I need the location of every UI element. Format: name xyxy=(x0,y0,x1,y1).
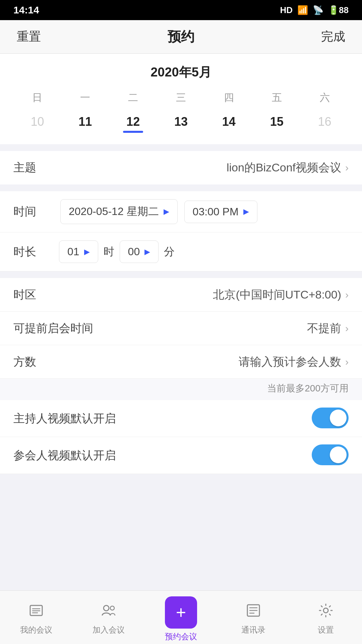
calendar-day-14[interactable]: 14 xyxy=(205,110,253,138)
calendar-day-16[interactable]: 16 xyxy=(301,110,349,138)
calendar-weekdays: 日 一 二 三 四 五 六 xyxy=(13,91,349,105)
clock-picker-arrow: ▶ xyxy=(243,207,249,216)
svg-point-10 xyxy=(323,608,328,613)
calendar-day-13[interactable]: 13 xyxy=(157,110,205,138)
attendees-value-container: 请输入预计参会人数 › xyxy=(239,354,349,370)
join-icon xyxy=(101,603,116,622)
host-video-row: 主持人视频默认开启 xyxy=(0,400,362,437)
attendees-row[interactable]: 方数 请输入预计参会人数 › xyxy=(0,345,362,379)
time-picker-row[interactable]: 时间 2020-05-12 星期二 ▶ 03:00 PM ▶ xyxy=(0,191,362,232)
reset-button[interactable]: 重置 xyxy=(17,29,41,45)
settings-icon xyxy=(318,603,334,622)
host-video-toggle-switch[interactable] xyxy=(312,408,349,428)
duration-hour-picker[interactable]: 01 ▶ xyxy=(59,240,98,263)
schedule-label: 预约会议 xyxy=(165,631,197,642)
early-start-value-container: 不提前 › xyxy=(307,321,349,336)
status-bar: 14:14 HD 📶 📡 🔋88 xyxy=(0,0,362,20)
early-start-value: 不提前 xyxy=(307,321,341,336)
topic-value: lion的BizConf视频会议 xyxy=(227,160,341,175)
nav-bar: 重置 预约 完成 xyxy=(0,20,362,54)
timezone-label: 时区 xyxy=(13,287,54,303)
weekday-wed: 三 xyxy=(157,91,205,105)
page-title: 预约 xyxy=(168,28,194,46)
settings-section: 时区 北京(中国时间UTC+8:00) › 可提前启会时间 不提前 › 方数 请… xyxy=(0,278,362,474)
calendar-day-12[interactable]: 12 xyxy=(109,110,157,138)
timezone-row[interactable]: 时区 北京(中国时间UTC+8:00) › xyxy=(0,278,362,312)
attendees-chevron-icon: › xyxy=(345,356,349,368)
settings-label: 设置 xyxy=(318,625,334,635)
attendees-placeholder: 请输入预计参会人数 xyxy=(239,354,341,370)
timezone-value-container: 北京(中国时间UTC+8:00) › xyxy=(213,287,349,303)
nav-item-join[interactable]: 加入会议 xyxy=(72,599,145,635)
attendee-video-toggle-switch[interactable] xyxy=(312,444,349,465)
host-video-label: 主持人视频默认开启 xyxy=(13,411,116,426)
early-start-row[interactable]: 可提前启会时间 不提前 › xyxy=(0,312,362,345)
schedule-add-button[interactable]: + xyxy=(165,596,197,629)
calendar-month: 2020年5月 xyxy=(13,64,349,81)
calendar-day-10[interactable]: 10 xyxy=(13,110,61,138)
topic-label: 主题 xyxy=(13,160,54,175)
svg-point-5 xyxy=(110,606,114,610)
clock-picker[interactable]: 03:00 PM ▶ xyxy=(184,201,257,223)
weekday-tue: 二 xyxy=(109,91,157,105)
nav-item-schedule[interactable]: + 预约会议 xyxy=(145,593,217,642)
early-start-label: 可提前启会时间 xyxy=(13,321,93,336)
done-button[interactable]: 完成 xyxy=(321,29,345,45)
topic-row[interactable]: 主题 lion的BizConf视频会议 › xyxy=(0,151,362,184)
clock-picker-value: 03:00 PM xyxy=(193,206,239,218)
weekday-sun: 日 xyxy=(13,91,61,105)
separator-3 xyxy=(0,271,362,278)
calendar-day-11[interactable]: 11 xyxy=(61,110,109,138)
bottom-nav: 我的会议 加入会议 + 预约会议 通讯录 xyxy=(0,590,362,644)
calendar-day-15[interactable]: 15 xyxy=(253,110,301,138)
weekday-sat: 六 xyxy=(301,91,349,105)
separator-1 xyxy=(0,144,362,151)
duration-min-arrow: ▶ xyxy=(144,248,150,256)
weekday-thu: 四 xyxy=(205,91,253,105)
duration-hour-value: 01 xyxy=(67,246,79,258)
join-label: 加入会议 xyxy=(93,625,125,635)
contacts-icon xyxy=(246,603,261,622)
min-unit-label: 分 xyxy=(164,245,175,259)
my-meetings-label: 我的会议 xyxy=(20,625,52,635)
attendee-video-label: 参会人视频默认开启 xyxy=(13,448,116,463)
calendar-section: 2020年5月 日 一 二 三 四 五 六 10 11 12 13 14 15 … xyxy=(0,54,362,144)
weekday-fri: 五 xyxy=(253,91,301,105)
status-time: 14:14 xyxy=(13,4,39,16)
time-section: 时间 2020-05-12 星期二 ▶ 03:00 PM ▶ 时长 01 ▶ 时… xyxy=(0,191,362,271)
hd-icon: HD xyxy=(280,5,293,15)
attendee-video-row: 参会人视频默认开启 xyxy=(0,437,362,474)
duration-row[interactable]: 时长 01 ▶ 时 00 ▶ 分 xyxy=(0,232,362,271)
time-label: 时间 xyxy=(13,204,54,219)
attendees-hint-row: 当前最多200方可用 xyxy=(0,379,362,400)
date-picker-arrow: ▶ xyxy=(164,207,169,216)
date-picker-value: 2020-05-12 星期二 xyxy=(69,204,159,219)
attendee-video-toggle[interactable] xyxy=(312,444,349,467)
topic-value-container: lion的BizConf视频会议 › xyxy=(227,160,349,175)
battery-icon: 🔋88 xyxy=(328,5,349,15)
duration-hour-arrow: ▶ xyxy=(84,248,90,256)
svg-point-4 xyxy=(104,605,109,611)
duration-min-value: 00 xyxy=(128,246,140,258)
chevron-right-icon: › xyxy=(345,162,349,173)
timezone-chevron-icon: › xyxy=(345,289,349,301)
date-picker[interactable]: 2020-05-12 星期二 ▶ xyxy=(60,199,178,224)
attendees-label: 方数 xyxy=(13,354,54,370)
early-start-chevron-icon: › xyxy=(345,323,349,334)
nav-item-settings[interactable]: 设置 xyxy=(290,599,362,635)
timezone-value: 北京(中国时间UTC+8:00) xyxy=(213,287,341,303)
status-icons: HD 📶 📡 🔋88 xyxy=(280,5,349,15)
my-meetings-icon xyxy=(28,603,44,622)
attendees-hint: 当前最多200方可用 xyxy=(267,382,349,395)
weekday-mon: 一 xyxy=(61,91,109,105)
contacts-label: 通讯录 xyxy=(241,625,265,635)
duration-label: 时长 xyxy=(13,244,54,260)
topic-section: 主题 lion的BizConf视频会议 › xyxy=(0,151,362,184)
duration-min-picker[interactable]: 00 ▶ xyxy=(120,240,159,263)
nav-item-contacts[interactable]: 通讯录 xyxy=(217,599,290,635)
separator-2 xyxy=(0,184,362,191)
host-video-toggle[interactable] xyxy=(312,408,349,430)
hour-unit-label: 时 xyxy=(104,245,114,259)
wifi-icon: 📡 xyxy=(313,5,323,15)
nav-item-my-meetings[interactable]: 我的会议 xyxy=(0,599,72,635)
